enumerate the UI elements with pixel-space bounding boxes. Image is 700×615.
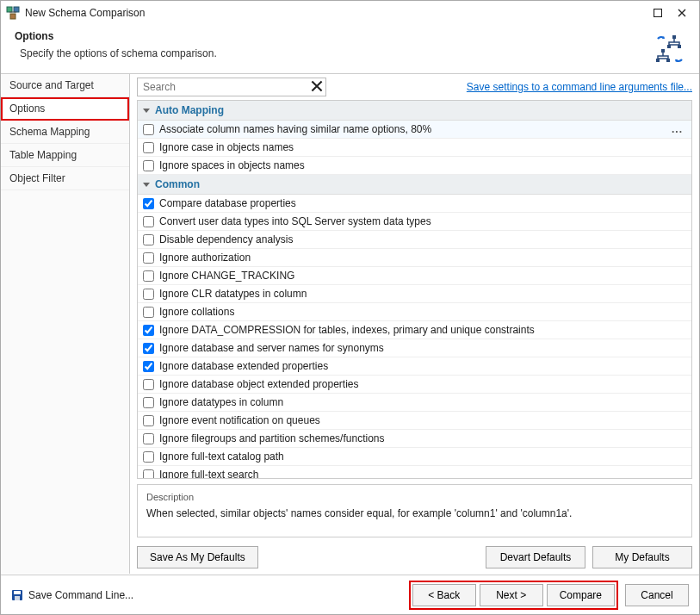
- option-label: Ignore filegroups and partition schemes/…: [159, 432, 686, 444]
- option-label: Ignore database object extended properti…: [159, 378, 686, 390]
- option-checkbox[interactable]: [143, 343, 154, 354]
- svg-rect-3: [654, 9, 662, 17]
- option-label: Ignore event notification on queues: [159, 414, 686, 426]
- svg-rect-5: [667, 45, 671, 48]
- option-checkbox[interactable]: [143, 397, 154, 408]
- option-row[interactable]: Ignore datatypes in column: [138, 394, 691, 412]
- svg-rect-2: [10, 14, 15, 19]
- collapse-icon: [143, 183, 150, 187]
- option-label: Ignore authorization: [159, 252, 686, 264]
- close-button[interactable]: [670, 4, 694, 22]
- option-row[interactable]: Ignore DATA_COMPRESSION for tables, inde…: [138, 321, 691, 339]
- option-row[interactable]: Compare database properties: [138, 195, 691, 213]
- svg-rect-1: [14, 7, 19, 12]
- option-row[interactable]: Ignore case in objects names: [138, 139, 691, 157]
- more-button[interactable]: ...: [668, 123, 686, 135]
- svg-rect-0: [7, 7, 12, 12]
- svg-rect-11: [14, 591, 21, 594]
- save-command-line-label: Save Command Line...: [28, 589, 133, 601]
- option-label: Ignore spaces in objects names: [159, 159, 686, 171]
- description-text: When selected, similar objects' names co…: [146, 507, 683, 519]
- header-title: Options: [15, 30, 654, 42]
- section-header[interactable]: Common: [138, 175, 691, 195]
- option-checkbox[interactable]: [143, 160, 154, 171]
- my-defaults-button[interactable]: My Defaults: [592, 546, 692, 568]
- svg-rect-8: [656, 59, 660, 62]
- option-checkbox[interactable]: [143, 289, 154, 300]
- compare-button[interactable]: Compare: [547, 584, 615, 606]
- save-settings-link[interactable]: Save settings to a command line argument…: [467, 81, 692, 93]
- option-checkbox[interactable]: [143, 142, 154, 153]
- option-label: Ignore CHANGE_TRACKING: [159, 270, 686, 282]
- option-row[interactable]: Ignore full-text catalog path: [138, 448, 691, 466]
- sidebar-item-table-mapping[interactable]: Table Mapping: [1, 144, 129, 167]
- option-label: Ignore full-text catalog path: [159, 450, 686, 463]
- option-checkbox[interactable]: [143, 433, 154, 444]
- option-label: Disable dependency analysis: [159, 233, 686, 245]
- option-checkbox[interactable]: [143, 216, 154, 227]
- option-checkbox[interactable]: [143, 361, 154, 372]
- option-row[interactable]: Disable dependency analysis: [138, 231, 691, 249]
- option-row[interactable]: Ignore CHANGE_TRACKING: [138, 267, 691, 285]
- option-label: Ignore datatypes in column: [159, 396, 686, 408]
- schema-compare-icon: [654, 34, 685, 65]
- svg-rect-4: [672, 35, 676, 39]
- window-title: New Schema Comparison: [25, 7, 646, 19]
- section-title: Auto Mapping: [155, 104, 224, 116]
- header: Options Specify the options of schema co…: [1, 25, 699, 73]
- option-label: Ignore case in objects names: [159, 141, 686, 153]
- svg-rect-6: [678, 45, 681, 48]
- option-checkbox[interactable]: [143, 469, 154, 479]
- option-checkbox[interactable]: [143, 124, 154, 135]
- option-checkbox[interactable]: [143, 198, 154, 209]
- search-input[interactable]: [137, 78, 326, 96]
- option-row[interactable]: Ignore spaces in objects names: [138, 157, 691, 175]
- titlebar: New Schema Comparison: [1, 1, 699, 25]
- option-row[interactable]: Ignore filegroups and partition schemes/…: [138, 430, 691, 448]
- option-label: Ignore full-text search: [159, 469, 686, 478]
- option-row[interactable]: Associate column names having similar na…: [138, 121, 691, 139]
- clear-icon[interactable]: [311, 80, 323, 92]
- option-checkbox[interactable]: [143, 307, 154, 318]
- option-row[interactable]: Ignore database object extended properti…: [138, 376, 691, 394]
- option-checkbox[interactable]: [143, 325, 154, 336]
- app-icon: [6, 6, 20, 20]
- option-row[interactable]: Ignore database and server names for syn…: [138, 339, 691, 357]
- svg-rect-9: [666, 59, 670, 62]
- option-label: Convert user data types into SQL Server …: [159, 215, 686, 227]
- option-row[interactable]: Ignore full-text search: [138, 466, 691, 478]
- option-label: Associate column names having similar na…: [159, 123, 668, 135]
- sidebar-item-object-filter[interactable]: Object Filter: [1, 167, 129, 190]
- sidebar-item-schema-mapping[interactable]: Schema Mapping: [1, 121, 129, 144]
- devart-defaults-button[interactable]: Devart Defaults: [486, 546, 585, 568]
- maximize-button[interactable]: [646, 4, 670, 22]
- description-panel: Description When selected, similar objec…: [137, 484, 692, 537]
- option-row[interactable]: Ignore event notification on queues: [138, 412, 691, 430]
- option-label: Ignore collations: [159, 306, 686, 318]
- cancel-button[interactable]: Cancel: [625, 584, 689, 606]
- option-row[interactable]: Ignore CLR datatypes in column: [138, 285, 691, 303]
- save-command-line-button[interactable]: Save Command Line...: [11, 589, 133, 601]
- svg-rect-12: [15, 596, 20, 600]
- save-as-defaults-button[interactable]: Save As My Defaults: [137, 546, 258, 568]
- option-row[interactable]: Convert user data types into SQL Server …: [138, 213, 691, 231]
- option-row[interactable]: Ignore database extended properties: [138, 357, 691, 376]
- option-row[interactable]: Ignore authorization: [138, 249, 691, 267]
- option-checkbox[interactable]: [143, 252, 154, 264]
- sidebar-item-options[interactable]: Options: [1, 97, 129, 121]
- option-checkbox[interactable]: [143, 379, 154, 390]
- description-title: Description: [146, 492, 683, 502]
- next-button[interactable]: Next >: [480, 584, 543, 606]
- options-grid: Auto MappingAssociate column names havin…: [137, 100, 692, 479]
- option-checkbox[interactable]: [143, 451, 154, 463]
- sidebar-item-source-target[interactable]: Source and Target: [1, 74, 129, 97]
- option-row[interactable]: Ignore collations: [138, 303, 691, 321]
- option-label: Compare database properties: [159, 197, 686, 209]
- option-label: Ignore CLR datatypes in column: [159, 288, 686, 300]
- option-checkbox[interactable]: [143, 234, 154, 245]
- option-checkbox[interactable]: [143, 270, 154, 282]
- back-button[interactable]: < Back: [412, 584, 476, 606]
- section-header[interactable]: Auto Mapping: [138, 101, 691, 121]
- option-checkbox[interactable]: [143, 415, 154, 426]
- option-label: Ignore DATA_COMPRESSION for tables, inde…: [159, 324, 686, 336]
